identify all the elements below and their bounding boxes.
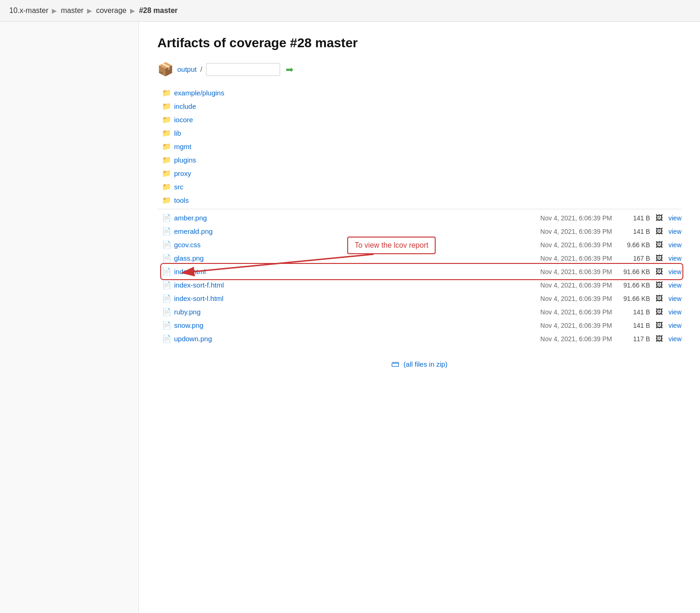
file-list: 📄amber.pngNov 4, 2021, 6:06:39 PM141 B🖼v… bbox=[162, 211, 681, 345]
view-link[interactable]: view bbox=[669, 255, 681, 262]
folder-name-link[interactable]: tools bbox=[174, 196, 189, 204]
folder-icon: 📁 bbox=[162, 196, 171, 205]
file-date: Nov 4, 2021, 6:06:39 PM bbox=[529, 295, 612, 302]
folder-icon: 📁 bbox=[162, 102, 171, 111]
file-doc-icon: 📄 bbox=[162, 213, 171, 222]
breadcrumb-item-1[interactable]: 10.x-master bbox=[9, 6, 48, 15]
breadcrumb-bar: 10.x-master ▶ master ▶ coverage ▶ #28 ma… bbox=[0, 0, 700, 22]
view-icon: 🖼 bbox=[656, 308, 663, 316]
path-slash: / bbox=[200, 65, 202, 73]
folder-icon: 📁 bbox=[162, 142, 171, 151]
breadcrumb-sep-2: ▶ bbox=[87, 7, 92, 14]
folder-name-link[interactable]: mgmt bbox=[174, 143, 192, 150]
folder-icon: 📁 bbox=[162, 115, 171, 124]
file-size: 117 B bbox=[618, 335, 650, 343]
main-content: Artifacts of coverage #28 master 📦 outpu… bbox=[139, 22, 700, 613]
zip-icon: 🗃 bbox=[391, 359, 400, 369]
view-link[interactable]: view bbox=[669, 335, 681, 343]
folder-name-link[interactable]: include bbox=[174, 102, 196, 110]
folder-icon: 📁 bbox=[162, 129, 171, 138]
file-meta: Nov 4, 2021, 6:06:39 PM91.66 KB🖼view bbox=[529, 268, 681, 276]
file-doc-icon: 📄 bbox=[162, 321, 171, 330]
file-name-link[interactable]: index-sort-l.html bbox=[174, 294, 224, 302]
file-size: 141 B bbox=[618, 322, 650, 329]
file-name-link[interactable]: emerald.png bbox=[174, 227, 212, 235]
view-icon: 🖼 bbox=[656, 214, 663, 222]
file-meta: Nov 4, 2021, 6:06:39 PM141 B🖼view bbox=[529, 321, 681, 330]
file-row: 📄index-sort-l.htmlNov 4, 2021, 6:06:39 P… bbox=[162, 292, 681, 305]
folder-name-link[interactable]: iocore bbox=[174, 116, 193, 124]
file-name-link[interactable]: index-sort-f.html bbox=[174, 281, 224, 289]
file-row: 📄ruby.pngNov 4, 2021, 6:06:39 PM141 B🖼vi… bbox=[162, 305, 681, 319]
view-link[interactable]: view bbox=[669, 322, 681, 329]
page-title: Artifacts of coverage #28 master bbox=[157, 36, 681, 50]
view-icon: 🖼 bbox=[656, 321, 663, 330]
file-name-link[interactable]: gcov.css bbox=[174, 241, 200, 249]
file-name-link[interactable]: snow.png bbox=[174, 321, 203, 329]
file-size: 91.66 KB bbox=[618, 295, 650, 302]
view-icon: 🖼 bbox=[656, 294, 663, 303]
folder-name-link[interactable]: lib bbox=[174, 129, 181, 137]
file-date: Nov 4, 2021, 6:06:39 PM bbox=[529, 214, 612, 222]
file-doc-icon: 📄 bbox=[162, 281, 171, 289]
folder-name-link[interactable]: plugins bbox=[174, 156, 196, 164]
view-link[interactable]: view bbox=[669, 241, 681, 249]
annotation-tooltip: To view the lcov report bbox=[347, 237, 436, 254]
file-size: 141 B bbox=[618, 228, 650, 235]
output-link[interactable]: output bbox=[177, 65, 197, 73]
file-date: Nov 4, 2021, 6:06:39 PM bbox=[529, 281, 612, 289]
breadcrumb-item-3[interactable]: coverage bbox=[96, 6, 126, 15]
file-doc-icon: 📄 bbox=[162, 227, 171, 236]
path-input[interactable] bbox=[206, 63, 280, 76]
folder-name-link[interactable]: example bbox=[174, 89, 200, 97]
view-link[interactable]: view bbox=[669, 268, 681, 275]
folder-name-link[interactable]: proxy bbox=[174, 169, 191, 177]
folder-subname-link[interactable]: /plugins bbox=[200, 89, 225, 97]
view-link[interactable]: view bbox=[669, 281, 681, 289]
view-link[interactable]: view bbox=[669, 214, 681, 222]
folder-row: 📁tools bbox=[162, 194, 681, 207]
file-meta: Nov 4, 2021, 6:06:39 PM141 B🖼view bbox=[529, 308, 681, 316]
zip-link[interactable]: 🗃 (all files in zip) bbox=[391, 360, 447, 368]
file-doc-icon: 📄 bbox=[162, 294, 171, 303]
view-icon: 🖼 bbox=[656, 227, 663, 236]
path-navigator: 📦 output / ➡ bbox=[157, 62, 681, 77]
file-date: Nov 4, 2021, 6:06:39 PM bbox=[529, 241, 612, 249]
sidebar bbox=[0, 22, 139, 613]
file-row: 📄emerald.pngNov 4, 2021, 6:06:39 PM141 B… bbox=[162, 225, 681, 238]
file-date: Nov 4, 2021, 6:06:39 PM bbox=[529, 268, 612, 275]
file-meta: Nov 4, 2021, 6:06:39 PM91.66 KB🖼view bbox=[529, 294, 681, 303]
view-icon: 🖼 bbox=[656, 281, 663, 289]
breadcrumb-item-2[interactable]: master bbox=[61, 6, 83, 15]
folder-row: 📁mgmt bbox=[162, 140, 681, 153]
file-doc-icon: 📄 bbox=[162, 254, 171, 263]
file-date: Nov 4, 2021, 6:06:39 PM bbox=[529, 335, 612, 343]
file-name-link[interactable]: updown.png bbox=[174, 335, 212, 343]
file-size: 91.66 KB bbox=[618, 281, 650, 289]
folder-name-link[interactable]: src bbox=[174, 183, 183, 191]
folder-row: 📁plugins bbox=[162, 153, 681, 167]
go-button[interactable]: ➡ bbox=[284, 64, 295, 75]
breadcrumb-sep-1: ▶ bbox=[52, 7, 57, 14]
folder-row: 📁proxy bbox=[162, 167, 681, 180]
file-name-link[interactable]: index.html bbox=[174, 268, 206, 275]
folder-icon: 📁 bbox=[162, 88, 171, 97]
file-size: 9.66 KB bbox=[618, 241, 650, 249]
folder-icon: 📁 bbox=[162, 169, 171, 178]
view-link[interactable]: view bbox=[669, 228, 681, 235]
view-link[interactable]: view bbox=[669, 308, 681, 316]
folder-list: 📁example/plugins📁include📁iocore📁lib📁mgmt… bbox=[162, 86, 681, 207]
file-name-link[interactable]: glass.png bbox=[174, 254, 204, 262]
file-meta: Nov 4, 2021, 6:06:39 PM91.66 KB🖼view bbox=[529, 281, 681, 289]
view-link[interactable]: view bbox=[669, 295, 681, 302]
file-date: Nov 4, 2021, 6:06:39 PM bbox=[529, 308, 612, 316]
file-row: 📄amber.pngNov 4, 2021, 6:06:39 PM141 B🖼v… bbox=[162, 211, 681, 225]
box-icon: 📦 bbox=[157, 62, 174, 77]
file-row: 📄index-sort-f.htmlNov 4, 2021, 6:06:39 P… bbox=[162, 278, 681, 292]
file-name-link[interactable]: amber.png bbox=[174, 214, 207, 222]
file-name-link[interactable]: ruby.png bbox=[174, 308, 200, 316]
page-wrapper: Artifacts of coverage #28 master 📦 outpu… bbox=[0, 22, 700, 613]
folder-row: 📁iocore bbox=[162, 113, 681, 126]
file-doc-icon: 📄 bbox=[162, 240, 171, 249]
file-size: 141 B bbox=[618, 214, 650, 222]
